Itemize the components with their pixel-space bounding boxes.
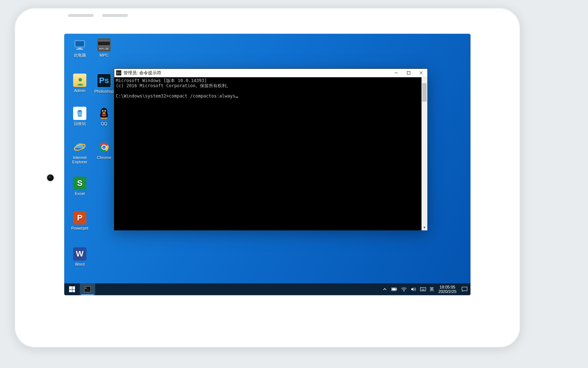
svg-rect-34 [462,287,467,291]
minimize-button[interactable] [390,69,402,77]
this-pc-icon [73,38,86,52]
svg-point-14 [104,117,107,119]
cmd-taskbar-icon [84,286,91,292]
desktop-icon-powerpnt[interactable]: P Powerpnt [69,211,91,230]
recycle-bin-icon [73,107,86,120]
system-tray[interactable]: 英 [380,283,436,295]
ime-indicator[interactable]: 英 [430,286,434,292]
desktop[interactable]: 此电脑 MPC BE MPC Admin Ps Photoshop [64,34,470,295]
clock-time: 18:05:05 [440,285,455,289]
svg-rect-2 [78,48,82,49]
desktop-icon-qq[interactable]: QQ [93,107,115,126]
maximize-icon [407,71,410,75]
desktop-icon-this-pc[interactable]: 此电脑 [69,38,91,57]
cmd-output-line: Microsoft Windows [版本 10.0.14393] [116,78,207,83]
svg-point-31 [423,288,423,289]
svg-rect-1 [76,41,84,46]
keyboard-icon[interactable] [420,286,426,292]
tablet-power-button[interactable] [102,14,128,17]
svg-point-12 [103,112,105,114]
desktop-icon-label: Excel [69,191,91,196]
cmd-prompt: C:\Windows\system32> [116,93,169,99]
svg-point-29 [421,288,421,289]
desktop-icon-admin[interactable]: Admin [69,74,91,93]
svg-point-32 [424,288,424,289]
cmd-command: compact /compactos:always [169,93,236,99]
screen: 此电脑 MPC BE MPC Admin Ps Photoshop [64,34,470,295]
folder-icon [73,74,86,87]
desktop-icon-label: Word [69,262,91,266]
cmd-title-text: 管理员: 命令提示符 [123,70,161,76]
battery-icon[interactable] [391,286,397,292]
svg-rect-21 [407,71,410,74]
svg-rect-25 [396,289,397,290]
clock-date: 2020/2/25 [438,289,456,294]
desktop-icon-label: Admin [69,88,91,93]
cmd-window[interactable]: C:\ 管理员: 命令提示符 Microsoft Windows [版本 10.… [114,68,428,230]
cmd-output-line: (c) 2016 Microsoft Corporation。保留所有权利。 [116,83,231,88]
mpc-icon: MPC BE [97,38,111,52]
wifi-icon[interactable] [401,286,407,292]
svg-rect-28 [420,288,426,291]
excel-icon: S [73,177,86,190]
desktop-icon-label: Internet Explorer [69,155,91,164]
cmd-title-icon: C:\ [116,70,121,75]
qq-icon [97,107,111,120]
close-icon [419,71,423,75]
svg-point-10 [103,111,103,112]
windows-logo-icon [69,286,75,292]
desktop-icon-photoshop[interactable]: Ps Photoshop [93,74,115,93]
desktop-icon-label: QQ [93,121,115,126]
ie-icon [73,141,86,154]
desktop-icon-word[interactable]: W Word [69,247,91,266]
desktop-icon-recycle-bin[interactable]: 回收站 [69,107,91,126]
start-button[interactable] [64,283,80,295]
scroll-thumb[interactable] [422,83,427,102]
cmd-body[interactable]: Microsoft Windows [版本 10.0.14393] (c) 20… [114,77,427,230]
svg-rect-3 [76,49,83,50]
photoshop-icon: Ps [97,74,111,88]
tablet-frame: 此电脑 MPC BE MPC Admin Ps Photoshop [15,8,520,347]
chrome-icon [97,141,111,154]
volume-icon[interactable] [410,286,416,292]
desktop-icon-chrome[interactable]: Chrome [93,141,115,160]
scroll-down-button[interactable]: ▼ [422,224,427,230]
svg-point-27 [404,291,404,291]
desktop-icon-label: MPC [93,53,115,57]
desktop-icon-label: 回收站 [69,121,91,126]
tray-overflow-icon[interactable] [382,286,388,292]
close-button[interactable] [415,69,427,77]
powerpoint-icon: P [73,211,86,224]
cmd-titlebar[interactable]: C:\ 管理员: 命令提示符 [114,69,427,77]
taskbar-app-cmd[interactable] [80,283,95,295]
cmd-scrollbar[interactable]: ▲ ▼ [422,77,427,230]
tablet-volume-button[interactable] [68,14,94,17]
svg-rect-26 [392,288,396,290]
word-icon: W [73,247,86,261]
taskbar-clock[interactable]: 18:05:05 2020/2/25 [436,283,459,295]
svg-rect-33 [422,290,424,290]
desktop-icon-label: Photoshop [93,89,115,93]
tablet-camera [47,174,54,181]
desktop-icon-label: 此电脑 [69,53,91,57]
desktop-icon-ie[interactable]: Internet Explorer [69,141,91,164]
cmd-cursor [236,97,238,98]
svg-point-30 [422,288,422,289]
svg-rect-5 [78,110,82,111]
svg-point-11 [105,111,106,112]
svg-point-13 [101,117,104,119]
desktop-icon-label: Chrome [93,155,115,160]
action-center-button[interactable] [459,283,470,295]
desktop-icon-label: Powerpnt [69,226,91,230]
notification-icon [462,287,467,292]
taskbar[interactable]: 英 18:05:05 2020/2/25 [64,283,470,295]
svg-point-4 [79,78,82,81]
maximize-button[interactable] [402,69,415,77]
minimize-icon [394,71,398,75]
desktop-icon-mpc[interactable]: MPC BE MPC [93,38,115,57]
desktop-icon-excel[interactable]: S Excel [69,177,91,196]
